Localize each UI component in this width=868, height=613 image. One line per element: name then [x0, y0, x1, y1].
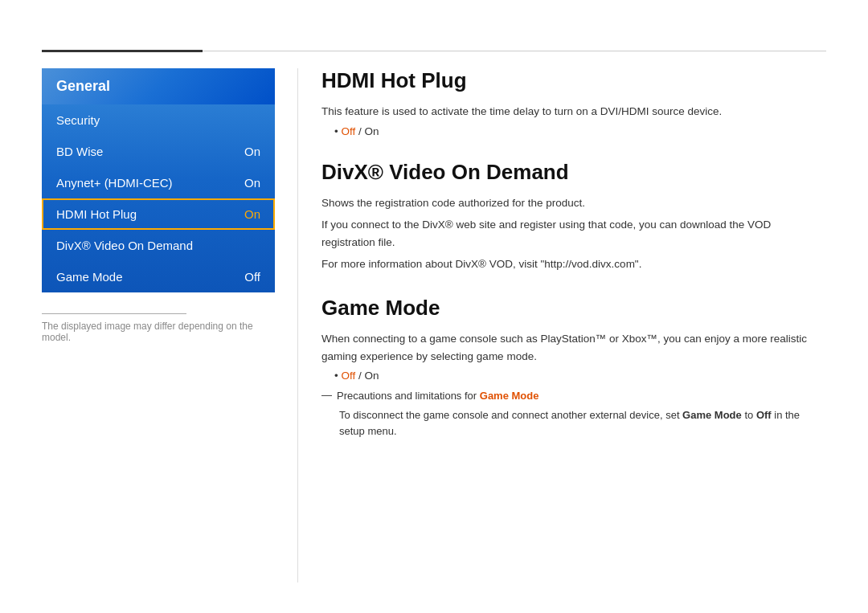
hdmi-off-label: Off — [341, 125, 355, 137]
top-line-dark — [42, 50, 203, 52]
game-on-label: On — [365, 370, 379, 382]
hdmi-separator: / — [355, 125, 364, 137]
sidebar-item-divx-vod[interactable]: DivX® Video On Demand — [42, 230, 275, 261]
sidebar-note-text: The displayed image may differ depending… — [42, 321, 275, 343]
sidebar-item-game-mode[interactable]: Game Mode Off — [42, 261, 275, 292]
hdmi-hot-plug-desc: This feature is used to activate the tim… — [321, 103, 826, 121]
game-mode-title: Game Mode — [321, 296, 826, 321]
precaution-prefix: Precautions and limitations for — [337, 390, 480, 402]
sidebar-item-anynet-value: On — [244, 176, 260, 190]
sidebar-body: Security BD Wise On Anynet+ (HDMI-CEC) O… — [42, 104, 275, 292]
game-off-label: Off — [341, 370, 355, 382]
hdmi-on-label: On — [365, 125, 379, 137]
top-divider-lines — [42, 50, 826, 52]
sidebar-note: The displayed image may differ depending… — [42, 313, 275, 343]
sidebar-header: General — [42, 68, 275, 104]
precaution-line: — Precautions and limitations for Game M… — [321, 388, 826, 404]
section-hdmi-hot-plug: HDMI Hot Plug This feature is used to ac… — [321, 68, 826, 137]
sidebar-item-bdwise-label: BD Wise — [56, 145, 103, 158]
hdmi-hot-plug-bullet: Off / On — [334, 125, 826, 137]
hdmi-hot-plug-title: HDMI Hot Plug — [321, 68, 826, 93]
section-divx-vod: DivX® Video On Demand Shows the registra… — [321, 160, 826, 273]
precaution-dash: — — [321, 389, 332, 401]
game-mode-bullet: Off / On — [334, 370, 826, 382]
game-separator: / — [355, 370, 364, 382]
sidebar-item-security[interactable]: Security — [42, 104, 275, 136]
sidebar-item-bdwise[interactable]: BD Wise On — [42, 136, 275, 167]
top-line-light — [203, 51, 826, 51]
sidebar-item-hdmi-hot-plug[interactable]: HDMI Hot Plug On — [42, 198, 275, 230]
sidebar: General Security BD Wise On Anynet+ (HDM… — [42, 68, 275, 292]
precaution-highlight: Game Mode — [480, 390, 539, 402]
sidebar-item-divx-label: DivX® Video On Demand — [56, 239, 193, 252]
precaution-text: Precautions and limitations for Game Mod… — [337, 388, 538, 404]
main-vertical-divider — [297, 68, 298, 582]
sidebar-item-anynet[interactable]: Anynet+ (HDMI-CEC) On — [42, 167, 275, 198]
sidebar-note-divider — [42, 313, 186, 314]
sidebar-item-hdmi-value: On — [244, 207, 260, 221]
sidebar-item-anynet-label: Anynet+ (HDMI-CEC) — [56, 176, 173, 190]
indent-mid: to — [742, 409, 756, 421]
indent-game-mode: Game Mode — [682, 409, 742, 421]
indent-off: Off — [756, 409, 772, 421]
sidebar-item-security-label: Security — [56, 113, 100, 127]
sidebar-item-game-value: Off — [244, 270, 260, 284]
sidebar-item-game-label: Game Mode — [56, 270, 123, 284]
main-content: HDMI Hot Plug This feature is used to ac… — [321, 68, 826, 463]
sidebar-item-hdmi-label: HDMI Hot Plug — [56, 207, 137, 221]
indent-prefix: To disconnect the game console and conne… — [339, 409, 682, 421]
game-mode-desc: When connecting to a game console such a… — [321, 330, 826, 365]
sidebar-item-bdwise-value: On — [244, 145, 260, 158]
divx-vod-line3: For more information about DivX® VOD, vi… — [321, 255, 826, 273]
divx-vod-title: DivX® Video On Demand — [321, 160, 826, 185]
precaution-indent: To disconnect the game console and conne… — [339, 407, 826, 441]
divx-vod-line1: Shows the registration code authorized f… — [321, 194, 826, 212]
sidebar-header-label: General — [56, 78, 110, 94]
divx-vod-line2: If you connect to the DivX® web site and… — [321, 216, 826, 251]
section-game-mode: Game Mode When connecting to a game cons… — [321, 296, 826, 440]
